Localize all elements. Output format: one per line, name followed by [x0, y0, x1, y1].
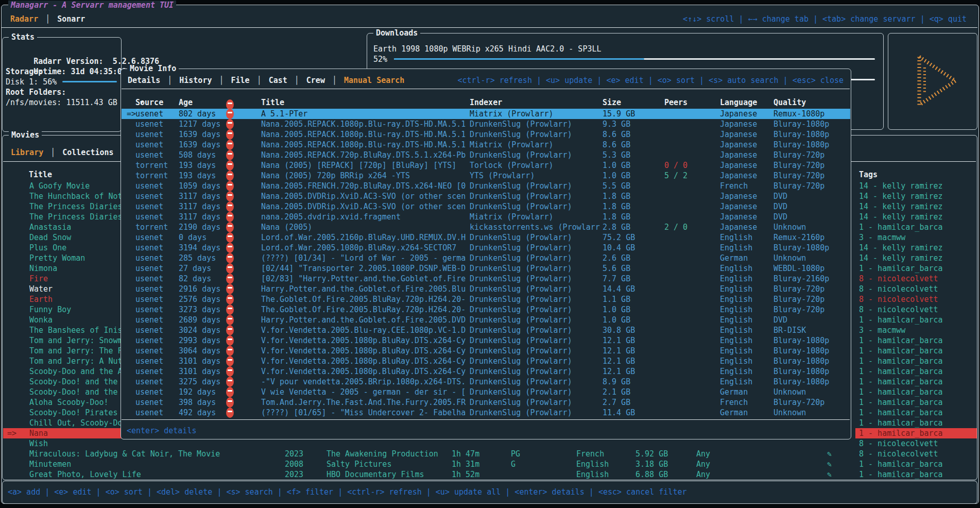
release-row[interactable]: usenet27 days[02/44] "Transporter 2.2005… [122, 263, 850, 274]
movie-quality-profile: Any [696, 449, 710, 459]
release-source: usenet [135, 294, 163, 304]
movie-list-item[interactable]: Wish [3, 438, 291, 449]
movie-tag-cell[interactable]: 1 - hamilcar_barca [855, 263, 977, 274]
rejected-icon [226, 335, 234, 346]
release-row[interactable]: =>usenet802 daysA 5.1-PTerMiatrix (Prowl… [122, 109, 850, 119]
library-row-details[interactable]: 2023The Awakening Production1h 47mPGFren… [3, 449, 853, 459]
movie-tag-cell[interactable]: 8 - nicolecolvett [855, 274, 977, 284]
release-row[interactable]: usenet2993 daysV.for.Vendetta.2005.1080p… [122, 335, 850, 346]
movie-tag-cell[interactable]: 1 - hamilcar_barca [855, 459, 977, 469]
movie-tag-cell[interactable]: 1 - hamilcar_barca [855, 356, 977, 366]
logo-panel [888, 33, 977, 130]
release-row[interactable]: usenet1217 daysNana.2005.REPACK.1080p.Bl… [122, 119, 850, 129]
tab-collections[interactable]: Collections [62, 147, 113, 158]
movie-tag-cell[interactable]: 1 - hamilcar_barca [855, 408, 977, 418]
tab-file[interactable]: File [231, 75, 250, 86]
release-size: 1.0 GB [603, 160, 630, 171]
movie-title: Scooby-Doo! and the L [29, 377, 127, 387]
release-age: 82 days [179, 274, 211, 284]
release-row[interactable]: usenet1639 daysNana.2005.REPACK.1080p.Bl… [122, 129, 850, 140]
disk-usage-bar [62, 81, 117, 82]
release-age: 3275 days [179, 377, 220, 387]
movie-tag-cell[interactable]: 1 - hamilcar_barca [855, 346, 977, 356]
movie-tag-cell[interactable]: 1 - hamilcar_barca [855, 469, 977, 480]
movie-tag-cell[interactable]: 1 - hamilcar_barca [855, 428, 977, 438]
tab-library[interactable]: Library [11, 147, 43, 158]
column-quality[interactable]: Quality [773, 97, 806, 108]
release-row[interactable]: usenet3273 daysThe.Goblet.Of.Fire.2005.B… [122, 304, 850, 315]
release-row[interactable]: torrent193 daysNana (2005) 720p BRRip x2… [122, 171, 850, 181]
release-indexer: DrunkenSlug (Prowlarr) [470, 243, 601, 253]
movie-language: English [576, 459, 609, 469]
movie-tag-cell[interactable]: 14 - kelly ramirez [855, 243, 977, 253]
movie-title: The Hunchback of Notr [29, 191, 127, 201]
tab-sonarr[interactable]: Sonarr [57, 14, 85, 24]
movie-tag-cell[interactable]: 1 - hamilcar_barca [855, 222, 977, 232]
release-row[interactable]: usenet398 daysTom.And.Jerry.The.Fast.And… [122, 397, 850, 408]
release-row[interactable]: usenet3101 daysV.for.Vendetta.2005.1080p… [122, 366, 850, 377]
movie-tag-cell[interactable]: 3 - macmww [855, 232, 977, 243]
column-language[interactable]: Language [720, 97, 757, 108]
tab-manual-search[interactable]: Manual Search [344, 75, 404, 86]
release-row[interactable]: usenet3117 daysnana.2005.dvdrip.xvid.fra… [122, 212, 850, 222]
movie-tag-cell[interactable]: 3 - macmww [855, 325, 977, 335]
release-row[interactable]: usenet508 daysNana.2005.REPACK.720p.BluR… [122, 150, 850, 160]
movie-tag-cell[interactable]: 8 - nicolecolvett [855, 304, 977, 315]
movie-tag-cell[interactable]: 1 - hamilcar_barca [855, 366, 977, 377]
movie-tag-cell[interactable]: 14 - kelly ramirez [855, 191, 977, 201]
movie-tag-cell[interactable]: 8 - nicolecolvett [855, 449, 977, 459]
release-row[interactable]: usenet492 days(????) [01/65] - "Miss Und… [122, 408, 850, 418]
library-row-details[interactable]: 2023HBO Documentary Films1h 52mEnglish6.… [3, 469, 853, 480]
library-row-details[interactable]: 2008Salty Pictures1h 31mGEnglish3.18 GBA… [3, 459, 853, 469]
release-row[interactable]: usenet2576 daysThe.Goblet.Of.Fire.2005.B… [122, 294, 850, 304]
tab-details[interactable]: Details [128, 75, 160, 86]
column-peers[interactable]: Peers [664, 97, 687, 108]
tab-crew[interactable]: Crew [306, 75, 325, 86]
release-row[interactable]: usenet3275 days-"V pour vendetta.2005.BR… [122, 377, 850, 387]
movie-tag-cell[interactable]: 1 - hamilcar_barca [855, 418, 977, 428]
column-age[interactable]: Age [179, 97, 193, 108]
release-row[interactable]: usenet2689 daysHarry.Potter.and.the.Gobl… [122, 315, 850, 325]
movie-tag-cell[interactable]: 1 - hamilcar_barca [855, 397, 977, 408]
release-quality: Unknown [773, 387, 806, 397]
release-row[interactable]: usenet3117 daysNana.2005.DVDRip.XviD.AC3… [122, 201, 850, 212]
movie-tag-cell[interactable]: 8 - nicolecolvett [855, 284, 977, 294]
release-age: 2993 days [179, 335, 220, 346]
release-row[interactable]: torrent2190 daysNana (2005)kickasstorren… [122, 222, 850, 232]
modal-footer-shortcut: <enter> details [127, 426, 196, 436]
movie-tag-cell[interactable]: 14 - kelly ramirez [855, 253, 977, 263]
tab-history[interactable]: History [179, 75, 212, 86]
tab-radarr[interactable]: Radarr [10, 14, 38, 24]
movie-tag-cell[interactable]: 1 - hamilcar_barca [855, 335, 977, 346]
release-row[interactable]: usenet3064 daysV.for.Vendetta.2005.1080p… [122, 346, 850, 356]
column-title[interactable]: Title [261, 97, 467, 108]
movie-tag-cell[interactable]: 14 - kelly ramirez [855, 212, 977, 222]
release-row[interactable]: usenet285 days(????) [01/34] - "Lord of … [122, 253, 850, 263]
release-row[interactable]: usenet1059 daysNana.2005.FRENCH.720p.Blu… [122, 181, 850, 191]
release-peers: 0 / 0 [664, 160, 687, 171]
movie-tag-cell[interactable]: 1 - hamilcar_barca [855, 377, 977, 387]
release-row[interactable]: usenet3117 daysNana.2005.DVDRip.XviD.AC3… [122, 191, 850, 201]
release-row[interactable]: torrent193 daysNana (2005) [REPACK] [720… [122, 160, 850, 171]
movie-tag-cell[interactable]: 1 - hamilcar_barca [855, 315, 977, 325]
release-row[interactable]: usenet82 days[02/83] "Harry.Potter.and.t… [122, 274, 850, 284]
release-row[interactable]: usenet3194 daysLord.of.War.2005.1080p.Bl… [122, 243, 850, 253]
release-row[interactable]: usenet1639 daysNana.2005.REPACK.1080p.Bl… [122, 140, 850, 150]
column-indexer[interactable]: Indexer [470, 97, 601, 108]
movie-tag-cell[interactable]: 1 - hamilcar_barca [855, 387, 977, 397]
tab-cast[interactable]: Cast [269, 75, 287, 86]
release-age: 1639 days [179, 140, 220, 150]
column-source[interactable]: Source ▼ [135, 97, 140, 108]
movie-tag-cell[interactable]: 8 - nicolecolvett [855, 294, 977, 304]
release-row[interactable]: usenet0 daysLord.of.War.2005.2160p.BluRa… [122, 232, 850, 243]
movie-tag-cell[interactable]: 14 - kelly ramirez [855, 181, 977, 191]
release-age: 2916 days [179, 284, 220, 294]
release-row[interactable]: usenet192 daysV wie Vendetta - 2005 - ge… [122, 387, 850, 397]
column-size[interactable]: Size [603, 97, 621, 108]
download-item-title: Earth 1998 1080p WEBRip x265 Hindi AAC2.… [373, 44, 601, 54]
movie-tag-cell[interactable]: 14 - kelly ramirez [855, 201, 977, 212]
release-row[interactable]: usenet2916 daysHarry.Potter.and.the.Gobl… [122, 284, 850, 294]
release-row[interactable]: usenet3101 daysV.for.Vendetta.2005.1080p… [122, 356, 850, 366]
release-row[interactable]: usenet3024 daysV.for.Vendetta.2005.Blu-r… [122, 325, 850, 335]
movie-tag-cell[interactable]: 8 - nicolecolvett [855, 438, 977, 449]
